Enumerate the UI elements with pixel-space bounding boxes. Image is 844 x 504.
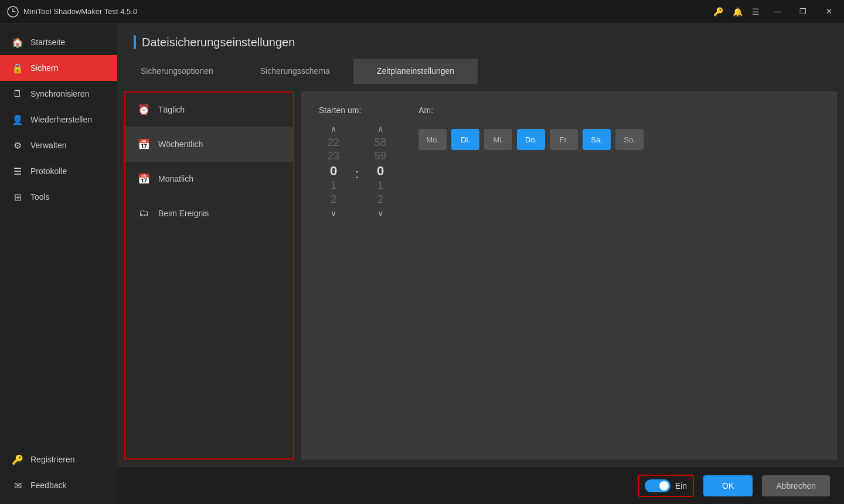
schedule-item-taeglich[interactable]: ⏰ Täglich xyxy=(125,93,293,127)
title-bar-left: MiniTool ShadowMaker Test 4.5.0 xyxy=(7,6,137,18)
beim-ereignis-icon: 🗂 xyxy=(137,207,150,220)
page-title: Dateisicherungseinstellungen xyxy=(142,36,295,49)
minutes-next2: 2 xyxy=(377,193,383,206)
time-picker: ∧ 22 23 0 1 2 ∨ : xyxy=(319,122,395,220)
schedule-item-beim-ereignis[interactable]: 🗂 Beim Ereignis xyxy=(125,196,293,230)
toggle-container: Ein xyxy=(638,475,694,497)
sidebar-bottom: 🔑 Registrieren ✉ Feedback xyxy=(0,447,117,504)
synchronisieren-icon: 🗒 xyxy=(12,88,23,100)
day-button-fr[interactable]: Fr. xyxy=(550,129,578,150)
minutes-up-arrow[interactable]: ∧ xyxy=(372,122,389,136)
day-section-label: Am: xyxy=(418,105,644,115)
hours-prev2: 22 xyxy=(328,136,339,149)
sidebar-item-registrieren[interactable]: 🔑 Registrieren xyxy=(0,447,117,472)
registrieren-icon: 🔑 xyxy=(12,454,23,465)
header-accent-bar xyxy=(134,35,136,49)
sidebar-item-tools[interactable]: ⊞ Tools xyxy=(0,184,117,210)
hours-column: ∧ 22 23 0 1 2 ∨ xyxy=(319,122,348,220)
title-bar: MiniTool ShadowMaker Test 4.5.0 🔑 🔔 ☰ — … xyxy=(0,0,844,23)
hours-next1: 1 xyxy=(331,179,336,192)
schedule-item-label-monatlich: Monatlich xyxy=(158,174,193,183)
tab-sicherungsoptionen[interactable]: Sicherungsoptionen xyxy=(117,59,237,84)
sidebar-item-verwalten[interactable]: ⚙ Verwalten xyxy=(0,132,117,158)
time-separator: : xyxy=(355,166,359,182)
minimize-button[interactable]: — xyxy=(769,4,785,20)
feedback-icon: ✉ xyxy=(12,479,23,491)
hours-prev1: 23 xyxy=(328,149,339,163)
page-header: Dateisicherungseinstellungen xyxy=(117,23,844,59)
protokolle-icon: ☰ xyxy=(12,165,23,177)
sidebar: 🏠 Startseite 🔒 Sichern 🗒 Synchronisieren… xyxy=(0,23,117,504)
verwalten-icon: ⚙ xyxy=(12,139,23,151)
sidebar-item-label-tools: Tools xyxy=(30,192,50,202)
sidebar-item-startseite[interactable]: 🏠 Startseite xyxy=(0,29,117,55)
sidebar-item-label-sichern: Sichern xyxy=(30,63,58,73)
day-button-so[interactable]: So. xyxy=(615,129,644,150)
sichern-icon: 🔒 xyxy=(12,62,23,74)
day-buttons: Mo.Di.Mi.Do.Fr.Sa.So. xyxy=(418,129,644,150)
notification-icon[interactable]: 🔔 xyxy=(733,7,743,16)
hours-down-arrow[interactable]: ∨ xyxy=(325,206,342,220)
maximize-button[interactable]: ❐ xyxy=(795,4,811,20)
minutes-prev1: 59 xyxy=(375,149,386,163)
bottom-bar: Ein OK Abbrechen xyxy=(117,466,844,504)
day-button-di[interactable]: Di. xyxy=(451,129,479,150)
schedule-list: ⏰ Täglich 📅 Wöchentlich 📅 Monatlich 🗂 Be… xyxy=(124,91,294,459)
time-section-label: Starten um: xyxy=(319,105,395,115)
sidebar-item-wiederherstellen[interactable]: 👤 Wiederherstellen xyxy=(0,107,117,132)
tools-icon: ⊞ xyxy=(12,191,23,203)
sidebar-item-label-synchronisieren: Synchronisieren xyxy=(30,89,89,98)
wiederherstellen-icon: 👤 xyxy=(12,114,23,125)
config-row: Starten um: ∧ 22 23 0 1 2 ∨ xyxy=(319,105,819,220)
day-button-do[interactable]: Do. xyxy=(517,129,545,150)
title-bar-controls: 🔑 🔔 ☰ — ❐ ✕ xyxy=(713,4,837,20)
content-area: Dateisicherungseinstellungen Sicherungso… xyxy=(117,23,844,504)
app-logo-icon xyxy=(7,6,19,18)
tab-zeitplaneinstellungen[interactable]: Zeitplaneinstellungen xyxy=(353,59,478,84)
schedule-item-label-beim-ereignis: Beim Ereignis xyxy=(158,209,209,218)
tab-sicherungsschema[interactable]: Sicherungsschema xyxy=(237,59,353,84)
sidebar-item-synchronisieren[interactable]: 🗒 Synchronisieren xyxy=(0,81,117,107)
minutes-down-arrow[interactable]: ∨ xyxy=(372,206,389,220)
time-section: Starten um: ∧ 22 23 0 1 2 ∨ xyxy=(319,105,395,220)
day-button-sa[interactable]: Sa. xyxy=(583,129,611,150)
hours-next2: 2 xyxy=(331,193,336,206)
sidebar-item-label-startseite: Startseite xyxy=(30,38,65,47)
close-button[interactable]: ✕ xyxy=(821,4,837,20)
sidebar-item-label-verwalten: Verwalten xyxy=(30,141,66,150)
minutes-next1: 1 xyxy=(377,179,383,192)
tabs-row: SicherungsoptionenSicherungsschemaZeitpl… xyxy=(117,59,844,84)
sidebar-item-label-registrieren: Registrieren xyxy=(30,455,74,464)
sidebar-item-feedback[interactable]: ✉ Feedback xyxy=(0,472,117,498)
schedule-item-woechentlich[interactable]: 📅 Wöchentlich xyxy=(125,127,293,162)
woechentlich-icon: 📅 xyxy=(137,138,150,151)
cancel-button[interactable]: Abbrechen xyxy=(762,475,830,496)
key-icon[interactable]: 🔑 xyxy=(713,7,723,16)
panel-area: ⏰ Täglich 📅 Wöchentlich 📅 Monatlich 🗂 Be… xyxy=(117,84,844,466)
monatlich-icon: 📅 xyxy=(137,172,150,185)
toggle-label: Ein xyxy=(675,481,687,491)
day-button-mi[interactable]: Mi. xyxy=(484,129,512,150)
hours-up-arrow[interactable]: ∧ xyxy=(325,122,342,136)
schedule-config: Starten um: ∧ 22 23 0 1 2 ∨ xyxy=(301,91,837,459)
hours-current[interactable]: 0 xyxy=(330,164,337,179)
taeglich-icon: ⏰ xyxy=(137,103,150,116)
app-title: MiniTool ShadowMaker Test 4.5.0 xyxy=(23,7,137,16)
startseite-icon: 🏠 xyxy=(12,36,23,48)
sidebar-item-label-wiederherstellen: Wiederherstellen xyxy=(30,115,92,124)
sidebar-item-protokolle[interactable]: ☰ Protokolle xyxy=(0,158,117,184)
sidebar-item-label-protokolle: Protokolle xyxy=(30,166,67,176)
enable-toggle[interactable] xyxy=(645,479,671,492)
day-section: Am: Mo.Di.Mi.Do.Fr.Sa.So. xyxy=(418,105,644,220)
minutes-current[interactable]: 0 xyxy=(377,164,384,179)
minutes-column: ∧ 58 59 0 1 2 ∨ xyxy=(366,122,395,220)
main-layout: 🏠 Startseite 🔒 Sichern 🗒 Synchronisieren… xyxy=(0,23,844,504)
sidebar-item-sichern[interactable]: 🔒 Sichern xyxy=(0,55,117,81)
schedule-item-label-woechentlich: Wöchentlich xyxy=(158,139,203,149)
day-button-mo[interactable]: Mo. xyxy=(418,129,447,150)
ok-button[interactable]: OK xyxy=(703,475,753,496)
schedule-item-monatlich[interactable]: 📅 Monatlich xyxy=(125,162,293,196)
sidebar-item-label-feedback: Feedback xyxy=(30,481,66,490)
menu-icon[interactable]: ☰ xyxy=(752,7,760,16)
minutes-prev2: 58 xyxy=(375,136,386,149)
